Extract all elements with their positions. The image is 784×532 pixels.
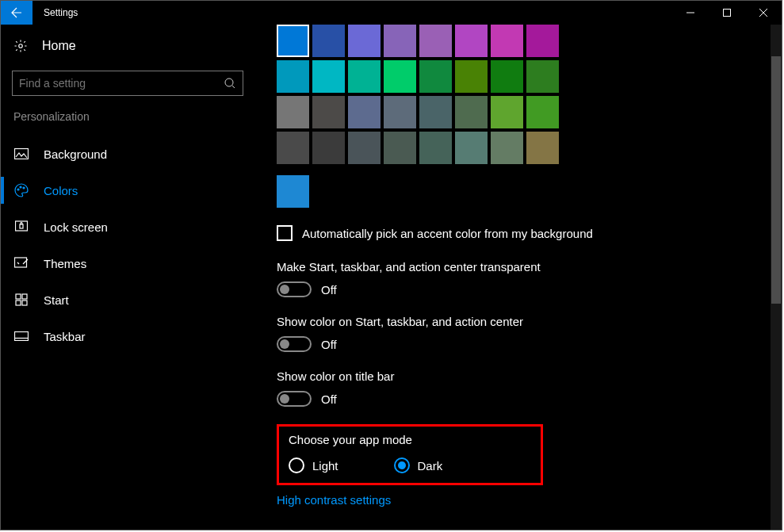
color-swatch[interactable] bbox=[384, 96, 416, 128]
color-swatch[interactable] bbox=[384, 25, 416, 57]
app-mode-dark-radio[interactable]: Dark bbox=[394, 457, 443, 473]
sidebar-item-label: Colors bbox=[44, 184, 78, 197]
svg-point-1 bbox=[19, 44, 23, 48]
show-color-title-label: Show color on title bar bbox=[277, 369, 766, 383]
titlebar: Settings bbox=[1, 1, 782, 25]
color-swatch[interactable] bbox=[491, 25, 523, 57]
sidebar-item-label: Start bbox=[44, 293, 69, 307]
color-swatch[interactable] bbox=[277, 25, 309, 57]
svg-point-6 bbox=[23, 187, 25, 189]
svg-rect-11 bbox=[22, 294, 27, 299]
svg-rect-10 bbox=[16, 294, 21, 299]
main-panel: Automatically pick an accent color from … bbox=[254, 25, 782, 530]
transparent-toggle[interactable]: Off bbox=[277, 281, 766, 297]
color-swatch[interactable] bbox=[277, 96, 309, 128]
brush-icon bbox=[14, 257, 29, 270]
sidebar: Home Personalization Background Colors L… bbox=[1, 25, 254, 530]
show-color-title-toggle[interactable]: Off bbox=[277, 391, 766, 407]
color-swatch[interactable] bbox=[277, 132, 309, 164]
minimize-icon bbox=[686, 9, 694, 17]
color-swatch[interactable] bbox=[455, 96, 488, 128]
sidebar-item-label: Lock screen bbox=[44, 220, 108, 234]
color-swatch[interactable] bbox=[312, 96, 345, 128]
color-swatch[interactable] bbox=[491, 96, 523, 128]
picture-icon bbox=[14, 148, 29, 159]
section-label: Personalization bbox=[1, 110, 254, 123]
color-swatch[interactable] bbox=[312, 132, 345, 164]
color-swatch[interactable] bbox=[384, 132, 416, 164]
color-swatch[interactable] bbox=[348, 132, 381, 164]
close-icon bbox=[759, 9, 767, 17]
color-swatch[interactable] bbox=[419, 96, 452, 128]
svg-point-4 bbox=[17, 189, 19, 190]
home-label: Home bbox=[42, 39, 76, 53]
minimize-button[interactable] bbox=[672, 1, 709, 25]
color-swatch[interactable] bbox=[455, 25, 488, 57]
scrollbar[interactable] bbox=[771, 25, 782, 530]
toggle-state: Off bbox=[321, 338, 337, 351]
search-box[interactable] bbox=[12, 71, 243, 96]
sidebar-item-background[interactable]: Background bbox=[1, 136, 254, 172]
window-controls bbox=[672, 1, 782, 25]
color-swatch[interactable] bbox=[455, 132, 488, 164]
search-input[interactable] bbox=[19, 77, 224, 90]
toggle-switch-icon bbox=[277, 281, 312, 297]
svg-rect-0 bbox=[724, 10, 731, 17]
gear-icon bbox=[13, 39, 28, 53]
color-swatch[interactable] bbox=[526, 96, 559, 128]
color-swatch[interactable] bbox=[419, 60, 452, 93]
sidebar-item-label: Background bbox=[44, 147, 107, 161]
back-button[interactable] bbox=[1, 1, 33, 25]
show-color-start-toggle[interactable]: Off bbox=[277, 336, 766, 352]
close-button[interactable] bbox=[745, 1, 782, 25]
app-mode-label: Choose your app mode bbox=[289, 433, 531, 446]
checkbox-icon bbox=[277, 225, 293, 241]
taskbar-icon bbox=[14, 331, 29, 341]
home-button[interactable]: Home bbox=[1, 28, 254, 64]
app-mode-light-radio[interactable]: Light bbox=[289, 457, 338, 473]
color-swatch[interactable] bbox=[526, 25, 559, 57]
window-title: Settings bbox=[33, 7, 78, 18]
color-swatch[interactable] bbox=[348, 25, 381, 57]
color-swatch[interactable] bbox=[312, 60, 345, 93]
toggle-switch-icon bbox=[277, 391, 312, 407]
sidebar-item-themes[interactable]: Themes bbox=[1, 245, 254, 281]
color-swatch[interactable] bbox=[419, 25, 452, 57]
sidebar-item-label: Themes bbox=[44, 257, 86, 270]
sidebar-item-lockscreen[interactable]: Lock screen bbox=[1, 209, 254, 245]
sidebar-item-colors[interactable]: Colors bbox=[1, 172, 254, 209]
svg-point-5 bbox=[20, 186, 21, 188]
scrollbar-thumb[interactable] bbox=[771, 56, 781, 304]
color-swatch[interactable] bbox=[419, 132, 452, 164]
high-contrast-link[interactable]: High contrast settings bbox=[277, 493, 766, 507]
toggle-state: Off bbox=[321, 392, 337, 406]
maximize-button[interactable] bbox=[709, 1, 745, 25]
color-swatch[interactable] bbox=[348, 60, 381, 93]
radio-label: Light bbox=[312, 459, 338, 473]
lock-icon bbox=[15, 220, 28, 233]
color-swatch-grid bbox=[277, 25, 766, 164]
sidebar-item-taskbar[interactable]: Taskbar bbox=[1, 318, 254, 354]
color-swatch[interactable] bbox=[526, 132, 559, 164]
color-swatch[interactable] bbox=[277, 60, 309, 93]
color-swatch[interactable] bbox=[312, 25, 345, 57]
radio-label: Dark bbox=[418, 459, 443, 473]
color-swatch[interactable] bbox=[455, 60, 488, 93]
sidebar-item-start[interactable]: Start bbox=[1, 281, 254, 318]
svg-rect-8 bbox=[20, 224, 23, 228]
auto-pick-label: Automatically pick an accent color from … bbox=[302, 227, 593, 240]
palette-icon bbox=[14, 183, 29, 197]
svg-rect-14 bbox=[15, 332, 29, 341]
auto-pick-checkbox-row[interactable]: Automatically pick an accent color from … bbox=[277, 225, 766, 241]
color-swatch[interactable] bbox=[384, 60, 416, 93]
color-swatch[interactable] bbox=[491, 60, 523, 93]
svg-rect-12 bbox=[16, 300, 21, 305]
app-mode-highlight-box: Choose your app mode Light Dark bbox=[277, 424, 543, 485]
selected-color-swatch[interactable] bbox=[277, 175, 309, 208]
settings-window: Settings Home Personalization Background bbox=[0, 0, 782, 530]
svg-point-2 bbox=[225, 78, 233, 86]
svg-rect-13 bbox=[22, 300, 27, 305]
color-swatch[interactable] bbox=[348, 96, 381, 128]
color-swatch[interactable] bbox=[491, 132, 523, 164]
color-swatch[interactable] bbox=[526, 60, 559, 93]
